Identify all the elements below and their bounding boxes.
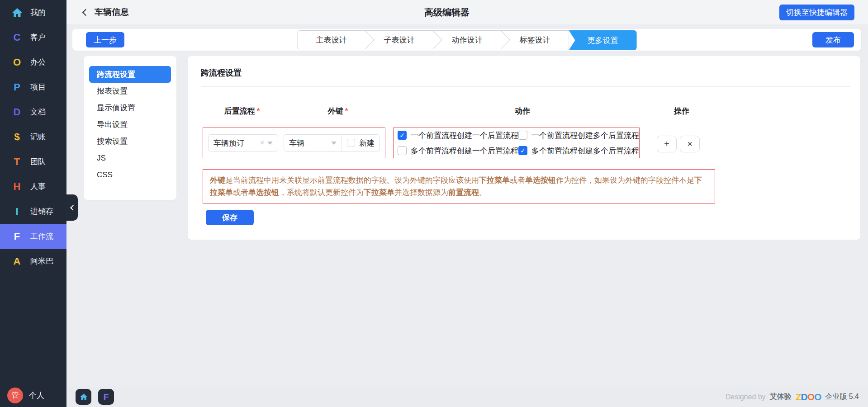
settings-item-跨流程设置[interactable]: 跨流程设置 — [89, 66, 171, 83]
app-$-icon: $ — [11, 132, 23, 142]
create-new-checkbox[interactable]: 新建 — [342, 138, 379, 148]
settings-item-JS[interactable]: JS — [89, 150, 171, 166]
app-A-icon: A — [11, 256, 23, 266]
help-text-segment: 前置流程 — [448, 188, 479, 197]
sidebar-item-label: 我的 — [30, 7, 46, 18]
edition-label: 企业版 5.4 — [825, 392, 859, 402]
wizard-step-label: 标签设计 — [520, 35, 550, 45]
sidebar-item-label: 进销存 — [30, 206, 53, 217]
sidebar-item-进销存[interactable]: I进销存 — [0, 199, 66, 224]
settings-item-显示值设置[interactable]: 显示值设置 — [89, 99, 171, 116]
settings-item-搜索设置[interactable]: 搜索设置 — [89, 133, 171, 150]
publish-button[interactable]: 发布 — [812, 32, 854, 47]
chevron-down-icon — [267, 142, 273, 145]
action-checkbox-一个前置流程创建一个后置流程[interactable]: ✓一个前置流程创建一个后置流程 — [398, 130, 518, 141]
action-checkbox-一个前置流程创建多个后置流程[interactable]: 一个前置流程创建多个后置流程 — [518, 130, 639, 141]
sidebar-item-label: 记账 — [30, 132, 46, 142]
app-F-icon: F — [11, 232, 23, 241]
zdoo-logo-letter: Z — [796, 392, 801, 402]
sidebar-item-label: 办公 — [30, 57, 46, 67]
back-button[interactable]: 车辆信息 — [81, 0, 129, 24]
column-header-操作: 操作 — [674, 106, 689, 116]
previous-step-button[interactable]: 上一步 — [86, 32, 124, 47]
app-T-icon: T — [11, 157, 23, 167]
foreign-key-select[interactable]: 车辆 — [284, 135, 342, 151]
action-checkbox-多个前置流程创建多个后置流程[interactable]: ✓多个前置流程创建多个后置流程 — [518, 146, 639, 156]
app-C-icon: C — [11, 33, 23, 43]
checkbox-unchecked-icon[interactable] — [347, 139, 355, 147]
row-operations: + × — [657, 136, 700, 152]
flow-selects-group: 车辆预订 × 车辆 新建 — [203, 128, 385, 158]
back-chevron-icon — [82, 9, 90, 16]
help-text-segment: ，系统将默认更新控件为 — [279, 188, 364, 197]
home-icon — [80, 393, 88, 401]
sidebar-item-工作流[interactable]: F工作流 — [0, 224, 66, 249]
help-text-segment: 单选按钮 — [525, 176, 556, 185]
settings-item-导出设置[interactable]: 导出设置 — [89, 116, 171, 133]
help-text-segment: 下拉菜单 — [364, 188, 394, 197]
taskbar-home-button[interactable] — [76, 389, 91, 405]
sidebar-item-项目[interactable]: P项目 — [0, 75, 66, 99]
sidebar-user[interactable]: 管 个人 — [0, 383, 66, 407]
checkbox-checked-icon[interactable]: ✓ — [398, 131, 407, 140]
save-button[interactable]: 保存 — [206, 210, 254, 225]
app-D-icon: D — [11, 107, 23, 117]
top-header: 车辆信息 高级编辑器 切换至快捷编辑器 — [66, 0, 868, 24]
column-header-动作: 动作 — [515, 106, 530, 116]
home-icon — [11, 7, 23, 18]
post-flow-value: 车辆预订 — [213, 138, 260, 148]
action-checkbox-label: 一个前置流程创建多个后置流程 — [531, 130, 639, 141]
settings-item-报表设置[interactable]: 报表设置 — [89, 83, 171, 99]
app-sidebar: 我的C客户O办公P项目D文档$记账T团队H人事I进销存F工作流A阿米巴 管 个人 — [0, 0, 66, 407]
post-flow-select[interactable]: 车辆预订 × — [208, 134, 278, 151]
sidebar-item-label: 客户 — [30, 32, 46, 43]
sidebar-item-文档[interactable]: D文档 — [0, 99, 66, 124]
wizard-step-动作设计[interactable]: 动作设计 — [433, 31, 501, 49]
column-header-label: 动作 — [515, 107, 530, 115]
clear-icon[interactable]: × — [260, 139, 264, 147]
action-checkbox-多个前置流程创建一个后置流程[interactable]: 多个前置流程创建一个后置流程 — [398, 146, 518, 156]
foreign-key-group: 车辆 新建 — [284, 134, 380, 151]
actions-checkbox-group: ✓一个前置流程创建一个后置流程一个前置流程创建多个后置流程多个前置流程创建一个后… — [393, 128, 640, 158]
column-header-外键: 外键* — [328, 106, 348, 116]
settings-item-CSS[interactable]: CSS — [89, 166, 171, 183]
user-avatar[interactable]: 管 — [7, 388, 23, 403]
sidebar-item-记账[interactable]: $记账 — [0, 124, 66, 149]
checkbox-unchecked-icon[interactable] — [398, 146, 407, 155]
create-new-label: 新建 — [359, 138, 375, 148]
remove-row-button[interactable]: × — [680, 136, 700, 152]
brand-name: 艾体验 — [770, 392, 792, 402]
action-checkbox-label: 多个前置流程创建多个后置流程 — [531, 146, 639, 156]
app-H-icon: H — [11, 182, 23, 192]
sidebar-item-客户[interactable]: C客户 — [0, 25, 66, 50]
sidebar-item-办公[interactable]: O办公 — [0, 50, 66, 75]
flow-name-label: 车辆信息 — [95, 6, 129, 18]
help-text-segment: 作为控件，如果设为外键的字段控件不是 — [556, 176, 694, 185]
required-asterisk: * — [345, 107, 348, 115]
app-P-icon: P — [11, 82, 23, 92]
help-text-segment: 外键 — [210, 176, 225, 185]
app-I-icon: I — [11, 207, 23, 217]
zdoo-logo-letter: D — [801, 392, 807, 402]
zdoo-logo: ZDOO — [796, 392, 821, 402]
sidebar-item-阿米巴[interactable]: A阿米巴 — [0, 249, 66, 274]
taskbar-workflow-button[interactable]: F — [98, 389, 114, 405]
checkbox-checked-icon[interactable]: ✓ — [518, 146, 527, 155]
help-text-segment: 并选择数据源为 — [394, 188, 448, 197]
add-row-button[interactable]: + — [657, 136, 677, 152]
chevron-left-icon — [70, 205, 76, 211]
sidebar-item-人事[interactable]: H人事 — [0, 174, 66, 199]
switch-editor-button[interactable]: 切换至快捷编辑器 — [779, 5, 854, 20]
wizard-step-主表设计[interactable]: 主表设计 — [298, 31, 365, 49]
sidebar-collapse-toggle[interactable] — [66, 194, 78, 221]
checkbox-unchecked-icon[interactable] — [518, 131, 527, 140]
sidebar-item-label: 工作流 — [30, 231, 53, 241]
help-text-segment: 是当前流程中用来关联显示前置流程数据的字段。设为外键的字段应该使用 — [225, 176, 479, 185]
foreign-key-value: 车辆 — [289, 138, 331, 148]
wizard-step-子表设计[interactable]: 子表设计 — [365, 31, 433, 49]
sidebar-item-我的[interactable]: 我的 — [0, 0, 66, 25]
wizard-step-更多设置[interactable]: 更多设置 — [569, 30, 637, 50]
wizard-step-标签设计[interactable]: 标签设计 — [501, 31, 569, 49]
sidebar-item-团队[interactable]: T团队 — [0, 149, 66, 174]
designed-by-text: Designed by — [726, 393, 766, 401]
